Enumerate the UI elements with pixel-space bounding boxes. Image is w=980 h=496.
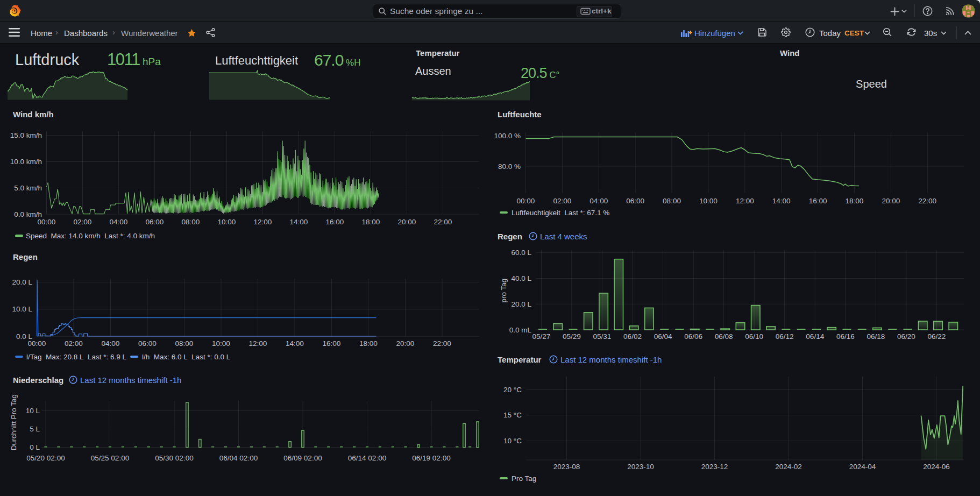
svg-text:10:00: 10:00: [212, 339, 230, 348]
svg-text:06/20: 06/20: [897, 332, 915, 341]
svg-text:0.0 mL: 0.0 mL: [509, 326, 532, 334]
svg-text:22:00: 22:00: [434, 218, 452, 226]
svg-text:05/29: 05/29: [563, 332, 581, 341]
svg-text:5 L: 5 L: [30, 425, 40, 433]
svg-text:12:00: 12:00: [254, 218, 272, 226]
svg-text:10:00: 10:00: [218, 218, 236, 226]
svg-text:06/18: 06/18: [867, 332, 885, 341]
svg-text:10 °C: 10 °C: [503, 437, 522, 445]
svg-text:06/04: 06/04: [654, 332, 672, 341]
svg-text:06/10: 06/10: [745, 332, 763, 341]
svg-text:16:00: 16:00: [323, 339, 341, 348]
svg-text:06/06: 06/06: [684, 332, 702, 341]
svg-text:02:00: 02:00: [553, 197, 571, 205]
svg-text:08:00: 08:00: [663, 197, 681, 205]
svg-text:12:00: 12:00: [736, 197, 754, 205]
svg-text:10.0 km/h: 10.0 km/h: [10, 158, 42, 166]
svg-text:20:00: 20:00: [882, 197, 900, 205]
svg-text:10:00: 10:00: [699, 197, 718, 205]
svg-text:40.0 L: 40.0 L: [511, 274, 531, 282]
svg-text:05/20 02:00: 05/20 02:00: [26, 454, 65, 462]
svg-text:14:00: 14:00: [286, 339, 304, 348]
svg-text:5.0 km/h: 5.0 km/h: [14, 184, 42, 192]
svg-text:06/14 02:00: 06/14 02:00: [348, 454, 386, 462]
svg-text:60.0 L: 60.0 L: [511, 249, 531, 257]
svg-text:00:00: 00:00: [517, 197, 535, 205]
svg-text:12:00: 12:00: [249, 339, 267, 348]
svg-text:06/22: 06/22: [928, 332, 946, 341]
svg-text:2023-12: 2023-12: [701, 463, 728, 471]
svg-text:10 L: 10 L: [26, 407, 40, 415]
svg-text:08:00: 08:00: [182, 218, 200, 226]
svg-text:00:00: 00:00: [38, 218, 56, 226]
svg-text:04:00: 04:00: [590, 197, 608, 205]
svg-text:05/31: 05/31: [593, 332, 612, 341]
svg-text:05/25 02:00: 05/25 02:00: [91, 454, 129, 462]
svg-text:pro Tag: pro Tag: [500, 279, 508, 303]
svg-text:100.0 %: 100.0 %: [494, 132, 521, 140]
svg-text:22:00: 22:00: [918, 197, 936, 205]
svg-text:06/04 02:00: 06/04 02:00: [219, 454, 258, 462]
svg-text:14:00: 14:00: [772, 197, 791, 205]
svg-text:20:00: 20:00: [398, 218, 416, 226]
svg-text:18:00: 18:00: [362, 218, 380, 226]
svg-text:80.0 %: 80.0 %: [498, 162, 521, 171]
svg-text:04:00: 04:00: [110, 218, 128, 226]
svg-text:2023-08: 2023-08: [553, 463, 580, 471]
svg-text:14:00: 14:00: [290, 218, 308, 226]
svg-text:2024-02: 2024-02: [775, 463, 802, 471]
svg-text:04:00: 04:00: [102, 339, 120, 348]
svg-text:2024-04: 2024-04: [849, 463, 876, 471]
svg-text:06:00: 06:00: [146, 218, 164, 226]
svg-text:08:00: 08:00: [175, 339, 194, 348]
svg-text:02:00: 02:00: [74, 218, 92, 226]
svg-text:06/02: 06/02: [623, 332, 642, 341]
svg-text:06/14: 06/14: [806, 332, 824, 341]
svg-text:10.0 L: 10.0 L: [12, 305, 32, 313]
svg-text:20 °C: 20 °C: [503, 386, 522, 394]
svg-text:20:00: 20:00: [396, 339, 415, 348]
svg-text:2023-10: 2023-10: [627, 463, 654, 471]
svg-text:0 L: 0 L: [30, 443, 40, 451]
svg-text:16:00: 16:00: [809, 197, 827, 205]
svg-text:2024-06: 2024-06: [923, 463, 950, 471]
svg-text:18:00: 18:00: [359, 339, 378, 348]
svg-text:06:00: 06:00: [138, 339, 157, 348]
svg-text:0.0 km/h: 0.0 km/h: [14, 210, 42, 218]
svg-text:20.0 L: 20.0 L: [12, 278, 32, 286]
svg-text:20.0 L: 20.0 L: [511, 300, 531, 308]
svg-text:05/30 02:00: 05/30 02:00: [155, 454, 193, 462]
svg-text:06/08: 06/08: [715, 332, 733, 341]
svg-text:06/19 02:00: 06/19 02:00: [412, 454, 450, 462]
svg-text:02:00: 02:00: [65, 339, 83, 348]
svg-text:06/12: 06/12: [776, 332, 794, 341]
svg-text:Durchnitt Pro Tag: Durchnitt Pro Tag: [10, 394, 18, 450]
svg-text:15 °C: 15 °C: [503, 411, 522, 419]
svg-text:00:00: 00:00: [28, 339, 46, 348]
svg-text:16:00: 16:00: [326, 218, 344, 226]
svg-text:22:00: 22:00: [433, 339, 451, 348]
svg-text:05/27: 05/27: [532, 332, 551, 341]
svg-text:18:00: 18:00: [846, 197, 864, 205]
svg-text:06/16: 06/16: [836, 332, 855, 341]
svg-text:06/09 02:00: 06/09 02:00: [283, 454, 322, 462]
svg-text:15.0 km/h: 15.0 km/h: [10, 131, 42, 139]
svg-text:06:00: 06:00: [626, 197, 644, 205]
